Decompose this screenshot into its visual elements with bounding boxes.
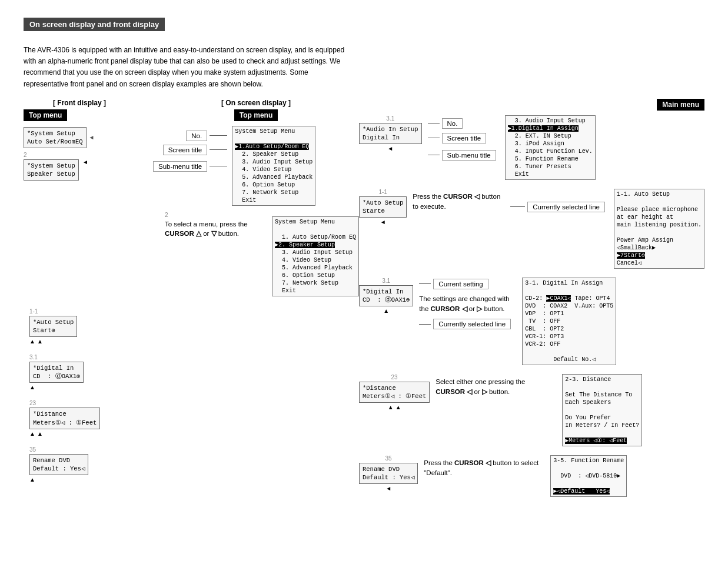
digital-in-osd: 3-1. Digital In Assign CD-2: ▶COAX1◁ Tap… bbox=[522, 278, 616, 365]
auto-setup-selected-label: Currently selected line bbox=[527, 202, 605, 212]
digital-in-screen-right: *Digital In CD : ⓓOAX1⊕ bbox=[359, 285, 413, 306]
digital-in-screen-left: *Digital In CD : ⓓOAX1⊕ bbox=[29, 362, 84, 383]
auto-setup-num-right: 1-1 bbox=[378, 189, 387, 195]
rename-screen-left: Rename DVD Default : Yes◁ bbox=[29, 454, 88, 475]
rename-num-left: 35 bbox=[29, 446, 88, 453]
distance-num-right: 23 bbox=[391, 374, 398, 380]
digital-in-num-left: 3.1 bbox=[29, 354, 84, 360]
distance-desc: Select either one pressing the CURSOR ◁ … bbox=[436, 377, 553, 398]
front-display-label: [ Front display ] bbox=[24, 99, 135, 107]
auto-setup-num: 1-1 bbox=[29, 308, 77, 315]
main-no-label: No. bbox=[442, 118, 463, 129]
osd-sub-menu-title: Sub-menu title bbox=[153, 161, 207, 172]
top-menu-label-left: Top menu bbox=[24, 109, 67, 121]
auto-setup-osd: 1-1. Auto Setup Please place microphone … bbox=[614, 189, 704, 269]
rename-screen-right: Rename DVD Default : Yes◁ bbox=[359, 463, 418, 484]
main-sub-title: Sub-menu title bbox=[442, 150, 496, 161]
digital-in-num-right: 3.1 bbox=[382, 278, 390, 284]
intro-text: The AVR-4306 is equipped with an intuiti… bbox=[24, 45, 353, 90]
main-screen-title: Screen title bbox=[442, 133, 487, 143]
auto-setup-screen-right: *Auto Setup Start⊕ bbox=[359, 196, 407, 218]
step2-num: 2 bbox=[24, 152, 79, 158]
front-display-screen1: *System Setup Auto Set/RoomEQ bbox=[24, 127, 87, 148]
osd-menu-box1: System Setup Menu ▶1.Auto Setup/Room EQ … bbox=[232, 126, 315, 206]
rename-osd: 3-5. Function Rename DVD : ◁DVD-5810▶ ▶◁… bbox=[550, 455, 627, 497]
auto-setup-screen-left: *Auto Setup Start⊕ bbox=[29, 316, 77, 337]
distance-screen-left: *Distance Meters①◁ : ①Feet bbox=[29, 408, 100, 429]
step2-num2: 2 bbox=[165, 212, 267, 218]
distance-screen-right: *Distance Meters①◁ : ①Feet bbox=[359, 382, 430, 403]
digital-in-selected-label: Currently selected line bbox=[433, 319, 511, 329]
front-display-screen2: *System Setup Speaker Setup bbox=[24, 159, 79, 181]
distance-osd: 2-3. Distance Set The Distance To Each S… bbox=[562, 374, 642, 446]
main-menu-label-right: Main menu bbox=[657, 99, 704, 111]
main-menu-num: 3.1 bbox=[386, 115, 394, 122]
rename-num-right: 35 bbox=[385, 455, 392, 462]
distance-num-left: 23 bbox=[29, 400, 100, 406]
osd-label: [ On screen display ] bbox=[153, 99, 359, 107]
main-menu-osd: 3. Audio Input Setup ▶1.Digital In Assig… bbox=[505, 115, 596, 180]
rename-desc: Press the CURSOR ◁ button to select "Def… bbox=[424, 458, 541, 479]
osd-no-label: No. bbox=[186, 131, 207, 141]
current-setting-label: Current setting bbox=[433, 279, 488, 289]
section-title: On screen display and front display bbox=[29, 20, 159, 29]
osd-menu-box2: System Setup Menu 1. Auto Setup/Room EQ … bbox=[272, 216, 359, 296]
top-menu-label-osd: Top menu bbox=[234, 109, 278, 121]
auto-setup-desc: Press the CURSOR ◁ button to execute. bbox=[413, 192, 504, 212]
digital-in-desc: The settings are changed with the CURSOR… bbox=[419, 294, 513, 315]
main-front-screen: *Audio In Setup Digital In bbox=[359, 123, 422, 144]
step2-desc: To select a menu, press the CURSOR △ or … bbox=[165, 219, 267, 238]
section-header: On screen display and front display bbox=[24, 18, 704, 40]
osd-screen-title: Screen title bbox=[163, 145, 208, 155]
